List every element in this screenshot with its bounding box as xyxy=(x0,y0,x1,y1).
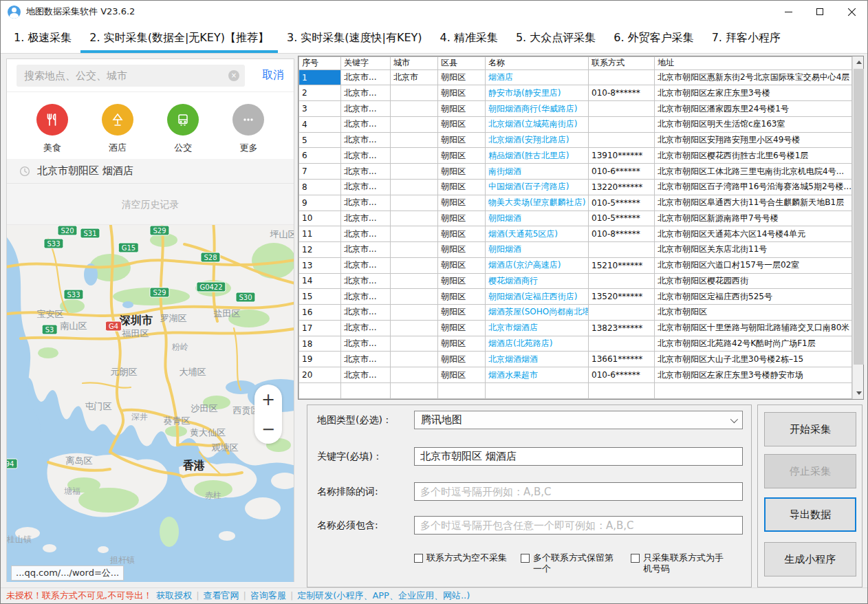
cell-city[interactable] xyxy=(391,179,438,195)
cell-name[interactable]: 烟酒店(京沪高速店) xyxy=(486,257,589,273)
table-row[interactable]: 19北京市...朝阳区北京烟酒烟酒13661******北京市朝阳区大山子北里3… xyxy=(299,352,852,367)
cell-keyword[interactable]: 北京市... xyxy=(341,148,391,164)
cell-seq[interactable]: 7 xyxy=(299,164,341,180)
cell-phone[interactable]: 13823****** xyxy=(589,320,655,336)
generate-miniprogram-button[interactable]: 生成小程序 xyxy=(764,542,856,576)
cell-district[interactable]: 朝阳区 xyxy=(438,116,486,132)
minimize-button[interactable] xyxy=(772,1,804,23)
cell-seq[interactable]: 6 xyxy=(299,148,341,164)
cell-phone[interactable] xyxy=(589,273,655,289)
cell-city[interactable] xyxy=(391,367,438,383)
cell-keyword[interactable]: 北京市... xyxy=(341,257,391,273)
cell-city[interactable] xyxy=(391,164,438,180)
cell-district[interactable]: 朝阳区 xyxy=(438,336,486,352)
cell-district[interactable]: 朝阳区 xyxy=(438,273,486,289)
table-row[interactable]: 16北京市...朝阳区烟酒茶屋(SOHO尚都南北塔)北京市朝阳区 xyxy=(299,305,852,321)
export-data-button[interactable]: 导出数据 xyxy=(764,497,856,532)
cell-keyword[interactable]: 北京市... xyxy=(341,195,391,211)
cell-keyword[interactable]: 北京市... xyxy=(341,132,391,148)
table-row[interactable]: 12北京市...朝阳区朝阳烟酒北京市朝阳区关东店北街11号 xyxy=(299,242,852,258)
cell-address[interactable]: 北京市朝阳区樱花西街胜古北里6号楼1层 xyxy=(655,148,852,164)
cell-name[interactable]: 烟酒店(北苑路店) xyxy=(486,336,589,352)
clear-history-button[interactable]: 清空历史记录 xyxy=(7,184,294,225)
cell-district[interactable]: 朝阳区 xyxy=(438,132,486,148)
cell-phone[interactable]: 010-5****** xyxy=(589,211,655,226)
scroll-up-icon[interactable] xyxy=(853,56,865,68)
cell-address[interactable]: 北京市朝阳区潘家园东里24号楼1号 xyxy=(655,101,852,117)
cell-district[interactable]: 朝阳区 xyxy=(438,101,486,117)
cell-seq[interactable]: 11 xyxy=(299,226,341,242)
cell-phone[interactable]: 13220****** xyxy=(589,179,655,195)
cell-city[interactable] xyxy=(391,116,438,132)
cell-name[interactable]: 烟酒水果超市 xyxy=(486,367,589,383)
tab-7[interactable]: 7. 拜客小程序 xyxy=(703,25,790,53)
cell-city[interactable] xyxy=(391,242,438,258)
category-bus[interactable]: 公交 xyxy=(162,104,204,154)
cell-seq[interactable]: 5 xyxy=(299,132,341,148)
table-scrollbar[interactable] xyxy=(852,56,863,399)
cell-district[interactable]: 朝阳区 xyxy=(438,85,486,101)
cell-address[interactable]: 北京市朝阳区左家庄东里3号楼 xyxy=(655,85,852,101)
cell-phone[interactable] xyxy=(589,305,655,321)
cell-name[interactable]: 中国烟酒(百子湾路店) xyxy=(486,179,589,195)
cell-keyword[interactable]: 北京市... xyxy=(341,242,391,258)
cell-name[interactable]: 朝阳烟酒(定福庄西街店) xyxy=(486,289,589,305)
cell-city[interactable] xyxy=(391,148,438,164)
cell-keyword[interactable]: 北京市... xyxy=(341,101,391,117)
cell-phone[interactable] xyxy=(589,116,655,132)
cell-city[interactable] xyxy=(391,336,438,352)
cell-phone[interactable]: 15210****** xyxy=(589,257,655,273)
cell-phone[interactable]: 010-8****** xyxy=(589,85,655,101)
cell-name[interactable]: 精品烟酒(胜古北里店) xyxy=(486,148,589,164)
cell-district[interactable]: 朝阳区 xyxy=(438,242,486,258)
table-row[interactable]: 6北京市...朝阳区精品烟酒(胜古北里店)13910******北京市朝阳区樱花… xyxy=(299,148,852,164)
column-header[interactable]: 名称 xyxy=(486,57,589,70)
cell-phone[interactable]: 13661****** xyxy=(589,352,655,367)
cell-address[interactable]: 北京市朝阳区北苑路42号K酷时尚广场F1层 xyxy=(655,336,852,352)
cell-name[interactable]: 朝阳烟酒 xyxy=(486,242,589,258)
status-link-3[interactable]: 咨询客服 xyxy=(250,590,286,601)
table-row[interactable]: 11北京市...朝阳区烟酒(天通苑5区店)010-8******北京市朝阳区天通… xyxy=(299,226,852,242)
cell-keyword[interactable]: 北京市... xyxy=(341,226,391,242)
cell-seq[interactable]: 19 xyxy=(299,352,341,367)
cell-name[interactable]: 北京烟酒烟酒 xyxy=(486,352,589,367)
cell-city[interactable] xyxy=(391,305,438,321)
cell-address[interactable]: 北京市朝阳区天通苑本六区14号楼4单元 xyxy=(655,226,852,242)
cell-seq[interactable]: 16 xyxy=(299,305,341,321)
map-canvas[interactable]: 深圳市香港宝安区南山区福田区罗湖区盐田区坪山区粉岭元朗区大埔区屯门区深井沙田区西… xyxy=(7,225,294,582)
checkbox-mobile-only[interactable]: 只采集联系方式为手机号码 xyxy=(631,552,727,574)
category-hotel[interactable]: 酒店 xyxy=(97,104,138,154)
cell-name[interactable]: 樱花烟酒商行 xyxy=(486,273,589,289)
cell-seq[interactable]: 2 xyxy=(299,85,341,101)
cell-address[interactable]: 北京市朝阳区惠新东街2号北京国际珠宝交易中心4层 xyxy=(655,69,852,85)
cell-seq[interactable]: 17 xyxy=(299,320,341,336)
cell-phone[interactable]: 010-8****** xyxy=(589,226,655,242)
cell-name[interactable]: 北京市烟酒店 xyxy=(486,320,589,336)
tab-6[interactable]: 6. 外贸客户采集 xyxy=(605,25,702,53)
cell-address[interactable]: 北京市朝阳区明天生活馆c座163室 xyxy=(655,116,852,132)
cell-district[interactable]: 朝阳区 xyxy=(438,257,486,273)
status-link-4[interactable]: 定制研发(小程序、APP、企业应用、网站..) xyxy=(297,590,470,601)
zoom-in-button[interactable]: + xyxy=(254,385,282,414)
column-header[interactable]: 城市 xyxy=(391,57,438,70)
cell-district[interactable]: 朝阳区 xyxy=(438,320,486,336)
cell-district[interactable]: 朝阳区 xyxy=(438,305,486,321)
table-row[interactable]: 4北京市...朝阳区北京烟酒(立城苑南街店)北京市朝阳区明天生活馆c座163室 xyxy=(299,116,852,132)
cell-address[interactable]: 北京市朝阳区百子湾路甲16号沿海赛洛城5期2号楼... xyxy=(655,179,852,195)
cell-name[interactable]: 南街烟酒 xyxy=(486,164,589,180)
cell-city[interactable] xyxy=(391,101,438,117)
clear-search-icon[interactable]: × xyxy=(228,70,239,81)
cell-address[interactable]: 北京市朝阳区樱花园西街 xyxy=(655,273,852,289)
cell-district[interactable]: 朝阳区 xyxy=(438,69,486,85)
cell-district[interactable]: 朝阳区 xyxy=(438,367,486,383)
cell-address[interactable]: 北京市朝阳区大山子北里30号楼2栋–15 xyxy=(655,352,852,367)
cell-city[interactable] xyxy=(391,352,438,367)
maximize-button[interactable] xyxy=(804,1,836,23)
cell-name[interactable]: 烟酒茶屋(SOHO尚都南北塔) xyxy=(486,305,589,321)
tab-2[interactable]: 2. 实时采集(数据全|无KEY)【推荐】 xyxy=(80,25,278,53)
cell-district[interactable]: 朝阳区 xyxy=(438,195,486,211)
cell-city[interactable] xyxy=(391,226,438,242)
cell-keyword[interactable]: 北京市... xyxy=(341,320,391,336)
cell-phone[interactable] xyxy=(589,336,655,352)
cell-city[interactable] xyxy=(391,85,438,101)
